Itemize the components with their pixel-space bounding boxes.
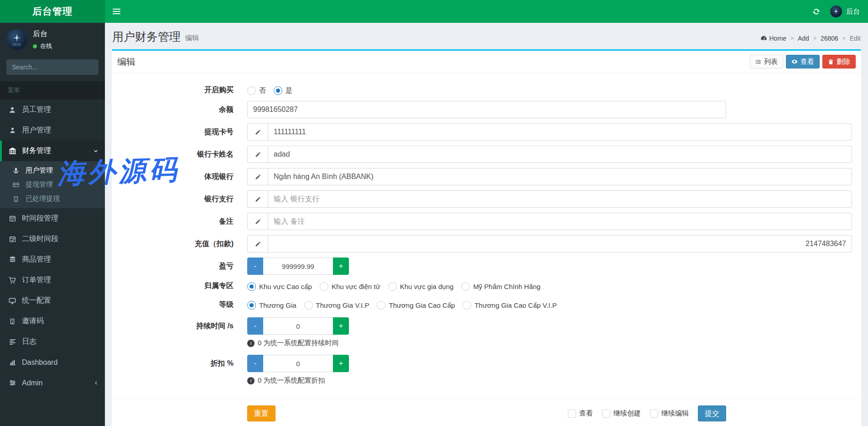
sidebar-item-products[interactable]: 商品管理 (0, 249, 105, 270)
checkbox-continue-create[interactable]: 继续创建 (602, 409, 641, 418)
remark-input[interactable] (268, 213, 852, 230)
radio-icon[interactable] (320, 282, 328, 291)
radio-icon[interactable] (461, 282, 470, 291)
card-name-input[interactable] (268, 146, 852, 163)
radio-icon[interactable] (463, 301, 471, 310)
sidebar: 2022 后台 在线 菜单 员工管理 用户管理 财务管理 (0, 23, 105, 426)
radio-zone-1[interactable]: Khu vực điện tử (320, 282, 380, 291)
minus-button[interactable]: - (247, 317, 263, 335)
sidebar-item-logs[interactable]: 日志 (0, 331, 105, 352)
bank-input[interactable] (268, 168, 852, 185)
sidebar-item-unified-config[interactable]: 统一配置 (0, 290, 105, 311)
duration-input[interactable] (263, 317, 333, 335)
breadcrumb-current: Edit (850, 35, 861, 42)
plus-button[interactable]: + (333, 317, 349, 335)
app-logo[interactable]: 后台管理 (0, 0, 105, 23)
database-icon (7, 256, 17, 263)
radio-icon-checked[interactable] (247, 301, 256, 310)
building-icon (11, 196, 21, 202)
search-input[interactable] (6, 59, 99, 75)
plus-button[interactable]: + (333, 355, 349, 372)
sidebar-item-dashboard[interactable]: Dashboard (0, 352, 105, 373)
field-label-card-name: 银行卡姓名 (121, 146, 247, 163)
submit-button[interactable]: 提交 (698, 405, 726, 421)
plus-button[interactable]: + (333, 258, 349, 275)
radio-level-2[interactable]: Thương Gia Cao Cấp (377, 301, 455, 310)
checkbox-icon[interactable] (602, 410, 610, 418)
building-icon (7, 318, 17, 325)
radio-level-3[interactable]: Thương Gia Cao Cấp V.I.P (463, 301, 556, 310)
sidebar-subitem-user-finance[interactable]: 用户管理 (0, 163, 105, 178)
list-icon (755, 59, 761, 65)
sidebar-item-admin[interactable]: Admin (0, 373, 105, 393)
checkbox-continue-edit[interactable]: 继续编辑 (650, 409, 689, 418)
sidebar-item-staff[interactable]: 员工管理 (0, 100, 105, 120)
discount-input[interactable] (263, 355, 333, 372)
pencil-icon (247, 146, 268, 163)
radio-zone-2[interactable]: Khu vực gia dụng (388, 282, 454, 291)
field-label-discount: 折扣 % (121, 355, 247, 385)
sidebar-item-sub-timeslot[interactable]: 二级时间段 (0, 229, 105, 249)
breadcrumb: Home > Add > 26806 > Edit (760, 32, 861, 42)
delete-button[interactable]: 删除 (822, 55, 856, 68)
radio-icon[interactable] (388, 282, 397, 291)
avatar-year: 2022 (12, 43, 21, 46)
radio-icon[interactable] (304, 301, 313, 310)
field-label-purchase: 开启购买 (121, 84, 247, 96)
sidebar-subitem-processed-withdraw[interactable]: 已处理提现 (0, 192, 105, 206)
reset-button[interactable]: 重置 (247, 405, 275, 421)
hamburger-icon (113, 9, 120, 10)
minus-button[interactable]: - (247, 355, 263, 372)
user-menu[interactable]: 后台 (826, 5, 868, 17)
radio-zone-3[interactable]: Mỹ Phẩm Chính Hãng (461, 282, 541, 291)
sidebar-subitem-withdraw[interactable]: 提现管理 (0, 178, 105, 192)
discount-help: i 0 为统一系统配置折扣 (247, 376, 726, 385)
minus-button[interactable]: - (247, 258, 263, 275)
sidebar-user-status: 在线 (33, 42, 52, 50)
sidebar-item-finance[interactable]: 财务管理 (0, 141, 105, 161)
radio-zone-0[interactable]: Khu vực Cao cấp (247, 282, 312, 291)
view-button[interactable]: 查看 (786, 55, 820, 68)
eye-icon (791, 58, 798, 65)
radio-purchase-yes[interactable]: 是 (274, 86, 292, 95)
sidebar-user-name: 后台 (33, 29, 52, 39)
list-button[interactable]: 列表 (750, 55, 783, 68)
radio-icon[interactable] (377, 301, 385, 310)
dashboard-gauge-icon (760, 35, 767, 42)
balance-input[interactable] (247, 101, 726, 118)
checkbox-icon[interactable] (568, 410, 576, 418)
info-icon: i (247, 377, 255, 384)
online-status-dot (33, 44, 37, 48)
field-label-zone: 归属专区 (121, 280, 247, 292)
pencil-icon (247, 213, 268, 230)
radio-icon[interactable] (247, 86, 256, 95)
sidebar-item-invite-code[interactable]: 邀请码 (0, 311, 105, 331)
breadcrumb-home[interactable]: Home (760, 35, 786, 42)
card-number-input[interactable] (268, 123, 852, 141)
radio-level-1[interactable]: Thương Gia V.I.P (304, 301, 369, 310)
refresh-button[interactable] (806, 0, 826, 23)
checkbox-view[interactable]: 查看 (568, 409, 593, 418)
radio-icon-checked[interactable] (274, 86, 282, 95)
sidebar-item-users[interactable]: 用户管理 (0, 120, 105, 141)
page-title: 用户财务管理 (112, 29, 181, 44)
profit-input[interactable] (263, 258, 333, 275)
branch-input[interactable] (268, 190, 852, 208)
radio-level-0[interactable]: Thương Gia (247, 301, 296, 310)
breadcrumb-add[interactable]: Add (798, 35, 809, 42)
avatar[interactable]: 2022 (6, 29, 27, 50)
sidebar-item-orders[interactable]: 订单管理 (0, 270, 105, 290)
log-lines-icon (7, 338, 17, 345)
checkbox-icon[interactable] (650, 410, 658, 418)
pencil-icon (247, 235, 268, 252)
breadcrumb-id[interactable]: 26806 (821, 35, 838, 42)
chevron-left-icon (94, 380, 99, 385)
radio-icon-checked[interactable] (247, 282, 256, 291)
sidebar-toggle-button[interactable] (105, 0, 128, 23)
recharge-input[interactable] (268, 235, 852, 252)
profit-stepper: - + (247, 258, 349, 275)
finance-submenu: 用户管理 提现管理 已处理提现 (0, 161, 105, 208)
sidebar-item-timeslot[interactable]: 时间段管理 (0, 208, 105, 229)
radio-purchase-no[interactable]: 否 (247, 86, 266, 95)
field-label-profit: 盈亏 (121, 258, 247, 275)
